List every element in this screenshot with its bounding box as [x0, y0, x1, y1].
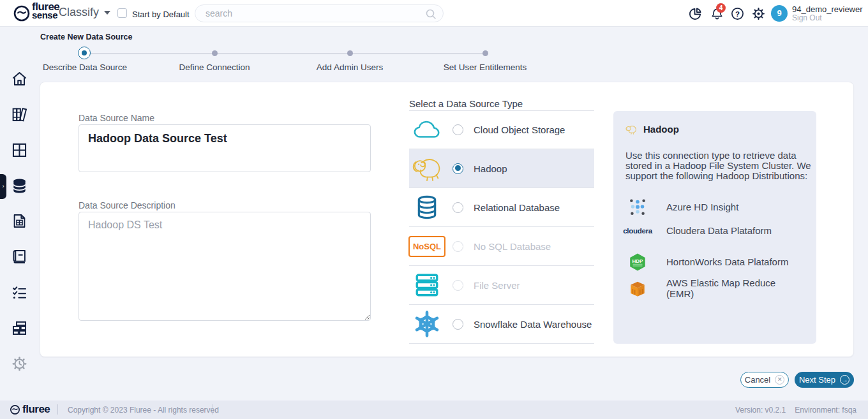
sidebar-item-systems[interactable] [11, 320, 28, 337]
footer-version: Version: v0.2.1 [735, 406, 786, 415]
radio-nosql-database [453, 241, 463, 252]
sidebar-flyout-handle[interactable]: › [0, 174, 6, 199]
type-option-hadoop[interactable]: Hadoop [409, 149, 594, 188]
help-icon[interactable]: ? [730, 6, 745, 21]
aws-emr-icon [625, 279, 650, 298]
radio-hadoop[interactable] [453, 163, 463, 174]
description-field-label: Data Source Description [79, 200, 176, 210]
distribution-hortonworks: HDP HortonWorks Data Plataform [625, 253, 804, 272]
search-icon [425, 8, 437, 20]
distribution-aws-emr: AWS Elastic Map Reduce (EMR) [625, 278, 804, 299]
stepper-connector [85, 53, 485, 54]
type-option-cloud-object-storage[interactable]: Cloud Object Storage [409, 110, 594, 149]
footer-divider [213, 404, 213, 415]
type-option-file-server[interactable]: File Server [409, 266, 594, 305]
step-marker [483, 50, 488, 56]
user-avatar[interactable]: 9 [771, 5, 788, 22]
footer-logo: fluree [10, 403, 50, 416]
top-header: fluree sense Classify Start by Default 4… [0, 0, 868, 27]
sidebar-item-tables[interactable] [11, 142, 28, 159]
logo-text: fluree sense [32, 3, 59, 19]
azure-hdinsight-icon [625, 198, 650, 217]
svg-text:?: ? [735, 10, 740, 18]
nosql-chip-icon: NoSQL [410, 236, 444, 257]
data-source-type-list: Cloud Object Storage [409, 110, 594, 344]
type-option-snowflake[interactable]: Snowflake Data Warehouse [409, 305, 594, 344]
chevron-down-icon [104, 11, 110, 15]
search-bar[interactable] [195, 4, 444, 22]
info-panel-description: Use this connection type to retrieve dat… [625, 151, 812, 180]
distribution-cloudera: cloudera Cloudera Data Plataform [625, 226, 804, 237]
page-title: Create New Data Source [40, 33, 133, 41]
distribution-azure-hd-insight: Azure HD Insight [625, 198, 804, 217]
type-selector-title: Select a Data Source Type [409, 98, 523, 109]
hdp-hexagon-icon: HDP [625, 253, 650, 272]
cloud-icon [410, 119, 444, 142]
sidebar-item-data-sources[interactable] [11, 177, 28, 195]
hadoop-info-panel: Hadoop Use this connection type to retri… [613, 111, 816, 344]
sidebar-item-settings-history[interactable] [11, 355, 28, 372]
sidebar-item-tasks[interactable] [11, 284, 28, 301]
start-by-default-checkbox[interactable] [117, 8, 127, 18]
file-server-icon [410, 272, 444, 298]
footer-version-info: Version: v0.2.1 Environment: fsqa [735, 406, 857, 415]
radio-file-server [453, 280, 463, 291]
data-source-name-input[interactable]: Hadoop Data Source Test [79, 124, 371, 172]
type-option-nosql-database[interactable]: NoSQL No SQL Database [409, 227, 594, 266]
cancel-button[interactable]: Cancel ✕ [740, 372, 789, 388]
fluree-logo-icon [10, 404, 20, 415]
hadoop-elephant-icon [410, 155, 444, 182]
radio-relational-database[interactable] [453, 202, 463, 213]
footer-divider [57, 404, 58, 415]
type-option-relational-database[interactable]: Relational Database [409, 188, 594, 227]
arrow-right-icon: → [840, 375, 849, 385]
footer: fluree Copyright © 2023 Fluree - All rig… [0, 401, 868, 419]
step-marker [347, 50, 353, 56]
sign-out-link[interactable]: Sign Out [792, 13, 822, 22]
create-data-source-card: Data Source Name Hadoop Data Source Test… [40, 82, 854, 357]
step-marker [212, 50, 218, 56]
snowflake-icon [410, 311, 444, 337]
app-root: fluree sense Classify Start by Default 4… [0, 0, 868, 419]
database-cylinder-icon [410, 194, 444, 221]
pie-chart-icon[interactable] [688, 6, 703, 21]
fluree-sense-logo-icon [13, 4, 31, 22]
search-input[interactable] [206, 6, 423, 21]
sidebar-item-library[interactable] [11, 106, 28, 123]
svg-text:HDP: HDP [632, 258, 644, 264]
classify-dropdown[interactable]: Classify [59, 6, 110, 19]
username: 94_demo_reviewer [792, 4, 863, 14]
notification-badge: 4 [716, 3, 726, 13]
close-icon: ✕ [775, 375, 784, 385]
start-by-default-label: Start by Default [132, 10, 190, 19]
hadoop-elephant-icon [625, 124, 637, 135]
footer-environment: Environment: fsqa [795, 406, 857, 415]
footer-copyright: Copyright © 2023 Fluree - All rights res… [68, 406, 219, 415]
sidebar-item-home[interactable] [11, 70, 28, 87]
sidebar-item-report[interactable] [11, 212, 28, 230]
cloudera-logo: cloudera [625, 227, 650, 235]
radio-snowflake[interactable] [453, 319, 463, 330]
sidebar-item-catalog[interactable] [11, 248, 28, 265]
info-panel-title: Hadoop [643, 124, 679, 135]
radio-cloud-object-storage[interactable] [453, 124, 463, 135]
step-active-marker [78, 47, 91, 59]
gear-icon[interactable] [751, 6, 766, 21]
name-field-label: Data Source Name [79, 113, 154, 123]
next-step-button[interactable]: Next Step → [795, 372, 854, 388]
data-source-description-input[interactable]: Hadoop DS Test [79, 212, 371, 321]
